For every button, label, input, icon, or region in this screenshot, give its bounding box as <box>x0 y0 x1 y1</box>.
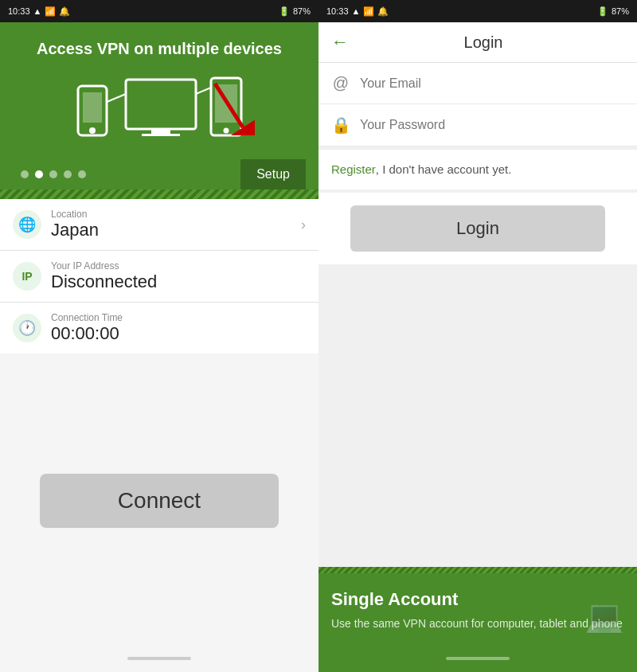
connection-time-content: Connection Time 00:00:00 <box>51 312 306 344</box>
battery-icon: 🔋 <box>279 6 290 17</box>
email-input[interactable] <box>360 76 624 91</box>
dot-3 <box>49 170 57 178</box>
location-label: Location <box>51 209 291 220</box>
left-panel: 10:33 ▲ 📶 🔔 🔋 87% Access VPN on multiple… <box>0 0 318 672</box>
right-time-display: 10:33 <box>326 6 349 16</box>
dot-2 <box>35 170 43 178</box>
dot-4 <box>64 170 72 178</box>
right-nav-pill <box>446 657 510 660</box>
hero-section: Access VPN on multiple devices <box>0 22 318 189</box>
right-battery-percent: 87% <box>612 6 629 16</box>
right-battery-icon: 🔋 <box>597 6 608 17</box>
login-btn-section: Login <box>318 193 637 264</box>
clock-icon: 🕐 <box>13 314 41 342</box>
battery-percent: 87% <box>293 6 311 16</box>
nav-pill <box>127 657 191 660</box>
register-suffix: , I don't have account yet. <box>376 162 511 176</box>
dot-1 <box>21 170 29 178</box>
pagination-dots <box>13 170 86 178</box>
register-section: Register, I don't have account yet. <box>318 150 637 189</box>
location-value: Japan <box>51 220 291 240</box>
right-panel: 10:33 ▲ 📶 🔔 🔋 87% ← Login @ 🔒 Register, … <box>318 0 637 672</box>
ip-value: Disconnected <box>51 272 306 292</box>
setup-button[interactable]: Setup <box>240 159 306 189</box>
left-status-right: 🔋 87% <box>279 6 311 17</box>
right-nav-bar <box>318 648 637 672</box>
ip-content: Your IP Address Disconnected <box>51 260 306 292</box>
devices-illustration <box>72 72 247 143</box>
right-notification-icon: 🔔 <box>377 6 389 17</box>
svg-line-12 <box>215 84 243 127</box>
wifi-icon: 📶 <box>45 6 56 17</box>
left-status-time: 10:33 ▲ 📶 🔔 <box>8 6 70 17</box>
hero-bottom: Setup <box>13 150 306 189</box>
register-text: Register, I don't have account yet. <box>331 162 511 176</box>
login-header: ← Login <box>318 22 637 63</box>
right-status-time: 10:33 ▲ 📶 🔔 <box>326 6 389 17</box>
ip-icon: IP <box>13 262 41 291</box>
bottom-green-card: Single Account Use the same VPN account … <box>318 573 637 648</box>
bottom-section: Connect <box>0 354 318 648</box>
connection-time-row: 🕐 Connection Time 00:00:00 <box>0 303 318 354</box>
svg-line-3 <box>107 94 126 102</box>
stripe-divider-left <box>0 189 318 199</box>
right-signal-icon: ▲ <box>352 6 361 16</box>
right-wifi-icon: 📶 <box>363 6 374 17</box>
ip-label: Your IP Address <box>51 260 306 272</box>
password-row: 🔒 <box>318 104 637 147</box>
email-icon: @ <box>331 74 350 92</box>
info-section: 🌐 Location Japan › IP Your IP Address Di… <box>0 199 318 354</box>
signal-icon: ▲ <box>33 6 42 16</box>
bottom-card-title: Single Account <box>331 589 624 610</box>
login-button[interactable]: Login <box>350 205 605 252</box>
connection-time-label: Connection Time <box>51 312 306 323</box>
arrow-svg <box>207 80 255 135</box>
dot-5 <box>78 170 86 178</box>
location-row[interactable]: 🌐 Location Japan › <box>0 199 318 251</box>
bottom-device-icon: 💻 <box>584 598 624 635</box>
input-section: @ 🔒 <box>318 63 637 147</box>
stripe-divider-right <box>318 567 637 573</box>
svg-point-2 <box>89 127 96 134</box>
login-spacer <box>318 268 637 567</box>
right-status-right: 🔋 87% <box>597 6 629 17</box>
notification-icon: 🔔 <box>59 6 70 17</box>
left-nav-bar <box>0 648 318 672</box>
svg-rect-6 <box>142 134 180 136</box>
svg-rect-5 <box>151 129 170 134</box>
chevron-right-icon: › <box>301 217 306 233</box>
email-row: @ <box>318 63 637 104</box>
red-arrow <box>207 80 255 139</box>
hero-title: Access VPN on multiple devices <box>37 38 282 59</box>
connect-button[interactable]: Connect <box>40 474 279 528</box>
svg-rect-1 <box>83 92 102 123</box>
back-button[interactable]: ← <box>331 32 349 53</box>
connection-time-value: 00:00:00 <box>51 323 306 344</box>
lock-icon: 🔒 <box>331 115 350 135</box>
register-link[interactable]: Register <box>331 162 376 176</box>
right-status-bar: 10:33 ▲ 📶 🔔 🔋 87% <box>318 0 637 22</box>
globe-icon: 🌐 <box>13 210 41 239</box>
left-status-bar: 10:33 ▲ 📶 🔔 🔋 87% <box>0 0 318 22</box>
password-input[interactable] <box>360 118 624 132</box>
svg-rect-4 <box>126 80 196 129</box>
time-display: 10:33 <box>8 6 30 16</box>
login-title: Login <box>361 33 624 52</box>
location-content: Location Japan <box>51 209 291 240</box>
ip-row: IP Your IP Address Disconnected <box>0 251 318 303</box>
bottom-card-description: Use the same VPN account for computer, t… <box>331 616 624 632</box>
